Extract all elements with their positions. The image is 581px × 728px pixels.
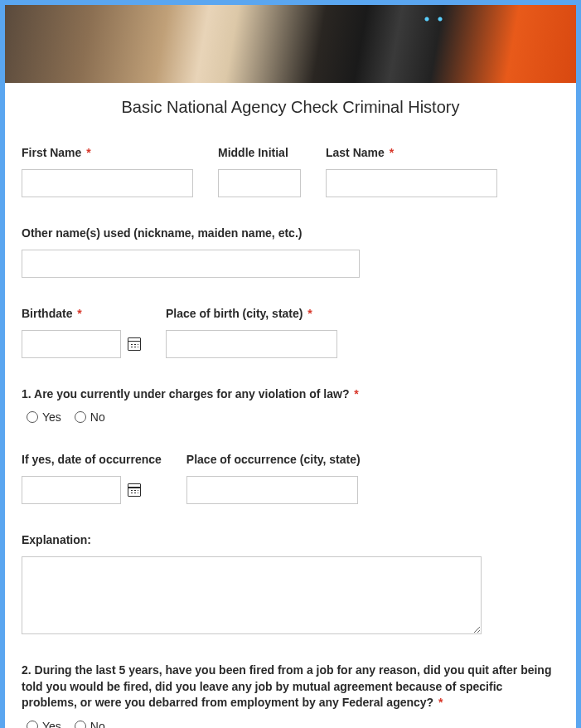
option-label: Yes [42,720,61,728]
q2-no-radio[interactable] [75,721,86,728]
label-text: Last Name [326,146,385,159]
place-of-birth-field: Place of birth (city, state) * [166,306,337,358]
last-name-label: Last Name * [326,145,497,161]
explanation-field: Explanation: [22,532,482,634]
form-page: Basic National Agency Check Criminal His… [5,5,576,728]
explanation-row: Explanation: [22,532,559,634]
question-2: 2. During the last 5 years, have you bee… [22,662,559,711]
other-names-label: Other name(s) used (nickname, maiden nam… [22,226,360,241]
q1-no-radio[interactable] [75,411,86,423]
required-marker: * [77,307,81,320]
q2-yes-radio[interactable] [27,721,38,728]
q2-yes-option[interactable]: Yes [27,720,61,728]
label-text: Birthdate [22,307,72,320]
last-name-input[interactable] [326,169,497,197]
middle-initial-input[interactable] [218,169,301,197]
middle-initial-field: Middle Initial [218,145,301,197]
hero-image [5,5,576,83]
place-occurrence-field: Place of occurrence (city, state) [186,452,361,504]
place-occurrence-label: Place of occurrence (city, state) [186,452,361,468]
birthdate-input[interactable] [22,330,121,358]
question-text: 1. Are you currently under charges for a… [22,387,349,400]
other-names-row: Other name(s) used (nickname, maiden nam… [22,226,559,278]
q1-radios: Yes No [22,410,559,424]
required-marker: * [307,307,312,320]
first-name-input[interactable] [22,169,193,197]
other-names-field: Other name(s) used (nickname, maiden nam… [22,226,360,278]
date-occurrence-label: If yes, date of occurrence [22,452,162,468]
option-label: No [90,720,105,728]
place-of-birth-input[interactable] [166,330,337,358]
question-1: 1. Are you currently under charges for a… [22,386,559,403]
other-names-input[interactable] [22,250,360,278]
required-marker: * [390,146,394,159]
middle-initial-label: Middle Initial [218,145,301,161]
date-occurrence-wrap [22,476,162,504]
explanation-textarea[interactable] [22,556,482,634]
last-name-field: Last Name * [326,145,497,197]
q2-no-option[interactable]: No [75,720,105,728]
calendar-icon[interactable] [128,483,141,497]
required-marker: * [438,696,443,709]
q1-yes-option[interactable]: Yes [27,410,61,424]
page-title: Basic National Agency Check Criminal His… [22,98,559,117]
option-label: Yes [42,410,61,424]
label-text: First Name [22,146,81,159]
first-name-label: First Name * [22,145,193,161]
calendar-icon[interactable] [128,337,141,351]
birth-row: Birthdate * Place of birth (city, state)… [22,306,559,358]
q1-no-option[interactable]: No [75,410,105,424]
q1-yes-radio[interactable] [27,411,38,423]
date-occurrence-field: If yes, date of occurrence [22,452,162,504]
birthdate-field: Birthdate * [22,306,141,358]
explanation-label: Explanation: [22,532,482,548]
place-occurrence-input[interactable] [186,476,358,504]
birthdate-label: Birthdate * [22,306,141,322]
date-occurrence-input[interactable] [22,476,121,504]
first-name-field: First Name * [22,145,193,197]
form-content: Basic National Agency Check Criminal His… [5,83,576,728]
question-text: 2. During the last 5 years, have you bee… [22,663,551,709]
label-text: Place of birth (city, state) [166,307,303,320]
required-marker: * [86,146,90,159]
birthdate-wrap [22,330,141,358]
name-row: First Name * Middle Initial Last Name * [22,145,559,197]
occurrence-row: If yes, date of occurrence Place of occu… [22,452,559,504]
place-of-birth-label: Place of birth (city, state) * [166,306,337,322]
required-marker: * [354,387,358,400]
option-label: No [90,410,105,424]
q2-radios: Yes No [22,720,559,728]
